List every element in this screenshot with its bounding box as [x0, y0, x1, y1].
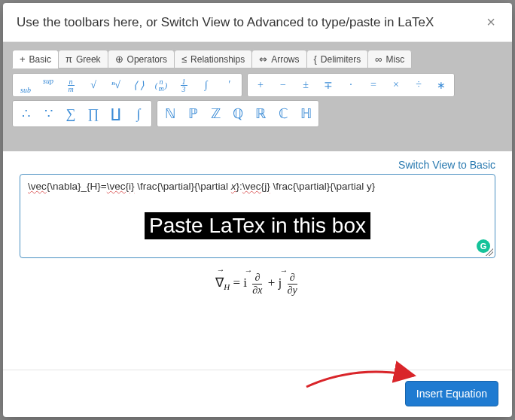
symbol-button[interactable]: ∐ — [105, 102, 127, 125]
insert-equation-button[interactable]: Insert Equation — [405, 381, 498, 406]
tab-basic[interactable]: +Basic — [12, 50, 59, 68]
tab-relationships[interactable]: ≤Relationships — [174, 50, 252, 68]
nabla-vec: ∇ — [215, 275, 224, 291]
editor-body: Switch View to Basic \vec{\nabla}_{H}=\v… — [3, 151, 512, 370]
symbol-button[interactable]: ℂ — [272, 102, 294, 125]
close-icon[interactable]: × — [483, 14, 498, 31]
symbol-button[interactable]: ∫ — [127, 102, 150, 125]
equation-preview: ∇H = i ∂∂x + j ∂∂y — [20, 258, 495, 304]
symbol-button[interactable]: ℕ — [159, 102, 181, 125]
toolbar-area: +BasicπGreek⊕Operators≤Relationships⇔Arr… — [3, 42, 512, 151]
symbol-button[interactable]: ℍ — [294, 102, 317, 125]
symbol-button[interactable]: · — [340, 75, 362, 95]
category-tabs: +BasicπGreek⊕Operators≤Relationships⇔Arr… — [12, 50, 503, 68]
symbol-button[interactable]: √ — [82, 75, 105, 95]
symbol-button[interactable]: ℝ — [249, 102, 272, 125]
symbol-button[interactable]: ± — [294, 75, 317, 95]
switch-view-link[interactable]: Switch View to Basic — [20, 159, 495, 171]
tab-misc[interactable]: ∞Misc — [367, 50, 412, 68]
symbol-button[interactable]: ∫ — [195, 75, 218, 95]
symbol-button[interactable]: ∵ — [37, 102, 59, 125]
tab-delimiters[interactable]: {Delimiters — [306, 50, 369, 68]
symbol-button[interactable]: ℤ — [204, 102, 227, 125]
symbol-group-b1: ∴∵∑∏∐∫ — [12, 100, 152, 127]
symbol-button[interactable]: sub — [14, 75, 37, 95]
symbol-button[interactable]: ′ — [218, 75, 240, 95]
tab-arrows[interactable]: ⇔Arrows — [251, 50, 306, 68]
symbol-group-a2: +−±∓·=×÷∗ — [247, 73, 455, 97]
modal-title: Use the toolbars here, or Switch View to… — [17, 15, 434, 30]
symbol-row-2: ∴∵∑∏∐∫ ℕℙℤℚℝℂℍ — [12, 100, 503, 127]
overlay-annotation: Paste LaTex in this box — [145, 212, 370, 239]
symbol-button[interactable]: × — [385, 75, 407, 95]
latex-text: \vec{\nabla}_{H}=\vec{i} \frac{\partial}… — [28, 181, 375, 192]
symbol-button[interactable]: ∴ — [14, 102, 37, 125]
symbol-row-1: subsupnm√ⁿ√⟨ ⟩(nm)13∫′ +−±∓·=×÷∗ — [12, 73, 503, 97]
symbol-button[interactable]: ÷ — [407, 75, 430, 95]
symbol-button[interactable]: ∏ — [82, 102, 105, 125]
symbol-button[interactable]: 13 — [172, 75, 195, 95]
equation-editor-modal: Use the toolbars here, or Switch View to… — [3, 3, 512, 417]
symbol-group-b2: ℕℙℤℚℝℂℍ — [157, 100, 319, 127]
symbol-button[interactable]: ⟨ ⟩ — [127, 75, 150, 95]
symbol-group-a1: subsupnm√ⁿ√⟨ ⟩(nm)13∫′ — [12, 73, 242, 97]
symbol-button[interactable]: ⁿ√ — [105, 75, 127, 95]
latex-input[interactable]: \vec{\nabla}_{H}=\vec{i} \frac{\partial}… — [20, 174, 495, 258]
symbol-button[interactable]: ℚ — [227, 102, 249, 125]
tab-greek[interactable]: πGreek — [58, 50, 108, 68]
symbol-button[interactable]: (nm) — [150, 75, 172, 95]
symbol-button[interactable]: sup — [37, 75, 59, 95]
modal-footer: Insert Equation — [3, 370, 512, 417]
symbol-button[interactable]: nm — [59, 75, 82, 95]
symbol-button[interactable]: + — [249, 75, 272, 95]
symbol-button[interactable]: ∓ — [317, 75, 340, 95]
symbol-button[interactable]: ∗ — [430, 75, 453, 95]
symbol-button[interactable]: − — [272, 75, 294, 95]
symbol-button[interactable]: ℙ — [181, 102, 204, 125]
symbol-button[interactable]: ∑ — [59, 102, 82, 125]
resize-handle-icon[interactable] — [486, 248, 493, 256]
modal-header: Use the toolbars here, or Switch View to… — [3, 3, 512, 42]
symbol-button[interactable]: = — [362, 75, 385, 95]
tab-operators[interactable]: ⊕Operators — [108, 50, 175, 68]
